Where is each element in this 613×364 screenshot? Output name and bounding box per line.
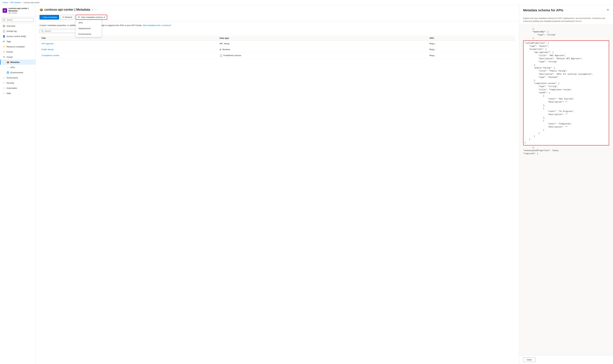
table-row: Compliance review 📋 Predefined choices R… (40, 52, 515, 58)
breadcrumb-api-centers[interactable]: API Centers (10, 1, 21, 4)
sidebar-item-assets[interactable]: ▾ Assets (0, 54, 35, 60)
view-schema-button[interactable]: 👁 View metadata schema ▾ (76, 15, 107, 20)
page-title-icon: 📦 (40, 8, 43, 12)
cell-apis: Requ... (427, 41, 515, 46)
table-row: Public facing ⊘ Boolean Requ... (40, 46, 515, 52)
favorite-icon[interactable]: ☆ (92, 8, 94, 11)
code-post-1: }, (523, 146, 609, 149)
help-chevron-icon: › (3, 92, 5, 94)
dropdown-item-deployments[interactable]: Deployments (76, 26, 101, 31)
content-header: 📦 contoso-api-center | Metadata ☆ ··· + … (36, 5, 519, 21)
col-apis: APIs (427, 36, 515, 41)
row-title-link[interactable]: Public facing (41, 48, 54, 51)
sidebar-item-label: Overview (6, 25, 15, 27)
sidebar-item-events[interactable]: ⚡ Events (0, 49, 35, 54)
sidebar-search-input[interactable] (2, 18, 34, 22)
schema-link[interactable]: Add metadata from a schema? (143, 24, 171, 26)
resource-icon: ⚙ (3, 8, 7, 13)
sidebar-item-label: Governance (6, 77, 18, 79)
code-pre-4: }, (523, 37, 609, 40)
new-metadata-button[interactable]: + New metadata (40, 15, 59, 20)
assets-icon: ▾ (3, 56, 5, 58)
breadcrumb: Home › API Centers › contoso-api-center (0, 0, 613, 5)
metadata-table: Title Data type APIs API Approver ABC (40, 36, 515, 59)
resource-subtitle: API Center (8, 12, 33, 14)
string-type-icon: ABC (219, 42, 223, 45)
content-area: 📦 contoso-api-center | Metadata ☆ ··· + … (36, 5, 519, 364)
code-pre-2: "UpdatedBy": { (523, 30, 609, 34)
metadata-icon: 📦 (6, 61, 9, 64)
governance-chevron-icon: › (3, 76, 5, 79)
environments-icon: 🌐 (6, 71, 9, 74)
chevron-down-icon: ▾ (104, 16, 105, 18)
sidebar-nav: 🏠 Overview 📋 Activity log 👤 Access contr… (0, 23, 35, 364)
cell-title: Compliance review (40, 52, 218, 58)
type-label: String (224, 42, 229, 45)
datatype-badge: ABC String (219, 42, 425, 45)
sidebar-item-label: Access control (IAM) (6, 35, 26, 38)
schema-dropdown-menu: APIs Deployments Environments (76, 20, 102, 37)
right-panel: Metadata schema for APIs ✕ Explore and v… (519, 5, 613, 364)
panel-footer: Close (519, 355, 613, 364)
panel-close-button[interactable]: ✕ (607, 8, 609, 11)
page-title: contoso-api-center | Metadata (44, 8, 90, 12)
sidebar-item-label: Resource visualizer (6, 45, 25, 48)
panel-title: Metadata schema for APIs (523, 8, 563, 12)
sidebar-item-resource-visualizer[interactable]: ⚡ Resource visualizer (0, 44, 35, 49)
cell-data-type: 📋 Predefined choices (218, 52, 427, 58)
code-block: }, "UpdatedBy": { "type": "string" }, "c… (519, 25, 613, 355)
breadcrumb-home[interactable]: Home (3, 1, 8, 4)
panel-close-footer-button[interactable]: Close (523, 357, 535, 362)
col-title: Title (40, 36, 218, 41)
apis-icon: → (6, 66, 9, 69)
panel-description: Explore and view metadata schemas for AP… (519, 15, 613, 25)
activity-log-icon: 📋 (3, 30, 5, 32)
dropdown-item-apis[interactable]: APIs (76, 20, 101, 26)
sidebar-item-label: Environments (10, 71, 23, 74)
code-post-3: "required": [ (523, 152, 609, 155)
boolean-type-icon: ⊘ (219, 48, 221, 51)
sidebar-item-label: Automation (6, 87, 17, 89)
sidebar-item-tags[interactable]: 🏷 Tags (0, 39, 35, 44)
datatype-badge: ⊘ Boolean (219, 48, 425, 51)
sidebar-item-automation[interactable]: › Automation (0, 85, 35, 91)
sidebar-item-label: Activity log (6, 30, 16, 32)
type-label: Boolean (222, 48, 230, 51)
dropdown-item-environments[interactable]: Environments (76, 31, 101, 37)
code-post-2: "unevaluatedProperties": false, (523, 149, 609, 152)
datatype-badge: 📋 Predefined choices (219, 54, 425, 57)
sidebar-item-apis[interactable]: → APIs (0, 65, 35, 70)
more-options-icon[interactable]: ··· (95, 8, 97, 11)
sidebar-item-label: Events (6, 51, 13, 53)
cell-title: Public facing (40, 46, 218, 52)
security-chevron-icon: › (3, 81, 5, 84)
overview-icon: 🏠 (3, 25, 5, 27)
search-box-row: 🔍 (40, 29, 515, 33)
highlighted-code-section: "customProperties": { "type": "object", … (523, 40, 609, 145)
sidebar-item-overview[interactable]: 🏠 Overview (0, 23, 35, 28)
view-schema-label: View metadata schema (81, 16, 103, 18)
sidebar-item-security[interactable]: › Security (0, 80, 35, 85)
access-control-icon: 👤 (3, 35, 5, 38)
table-header-row: Title Data type APIs (40, 36, 515, 41)
predefined-type-icon: 📋 (219, 54, 222, 57)
sidebar-item-environments[interactable]: 🌐 Environments (0, 70, 35, 75)
cell-title: API Approver (40, 41, 218, 46)
refresh-button[interactable]: ↻ Refresh (60, 15, 74, 20)
cell-apis: Requ... (427, 52, 515, 58)
sidebar-item-access-control[interactable]: 👤 Access control (IAM) (0, 34, 35, 39)
toolbar: + New metadata ↻ Refresh 👁 View metadata… (40, 13, 515, 21)
sidebar-item-help[interactable]: › Help (0, 91, 35, 96)
content-body: Custom metadata properties, in addition … (36, 21, 519, 364)
description-text: Custom metadata properties, in addition … (40, 24, 515, 27)
sidebar-item-metadata[interactable]: 📦 Metadata (0, 60, 35, 65)
sidebar: ⚙ contoso-api-center | Metadata API Cent… (0, 5, 36, 364)
table-row: API Approver ABC String Requ... (40, 41, 515, 46)
sidebar-item-governance[interactable]: › Governance (0, 75, 35, 80)
row-title-link[interactable]: Compliance review (41, 54, 59, 57)
row-title-link[interactable]: API Approver (41, 42, 54, 45)
code-pre-3: "type": "string" (523, 34, 609, 37)
sidebar-header: ⚙ contoso-api-center | Metadata API Cent… (0, 5, 35, 17)
sidebar-item-label: Assets (6, 56, 13, 58)
sidebar-item-activity-log[interactable]: 📋 Activity log (0, 28, 35, 34)
